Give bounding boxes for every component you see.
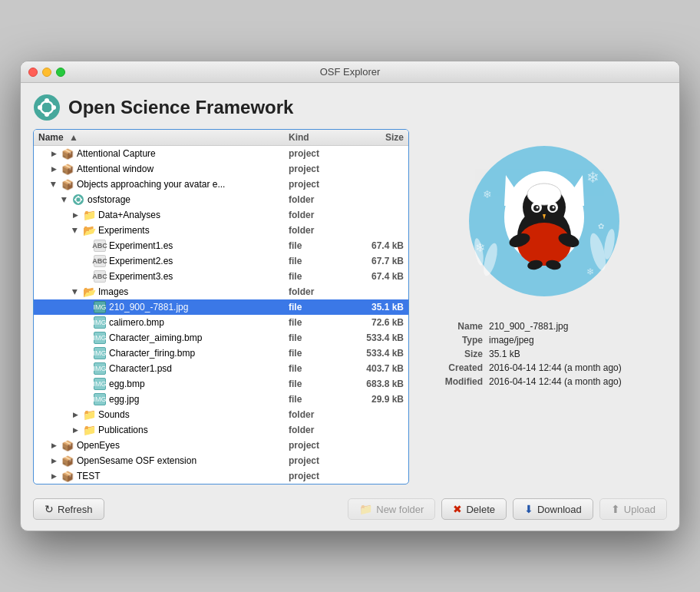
toggle-arrow-icon: ▶ <box>49 471 58 481</box>
file-row[interactable]: ▶ 📁 Sounds folder <box>34 407 408 422</box>
file-row[interactable]: ABC Experiment1.es file 67.4 kB <box>34 238 408 253</box>
file-row[interactable]: ▶ 📦 OpenEyes project <box>34 438 408 453</box>
meta-created-row: Created 2016-04-14 12:44 (a month ago) <box>429 362 659 373</box>
meta-type-label: Type <box>429 335 483 346</box>
abc-file-icon: ABC <box>94 240 106 252</box>
file-row[interactable]: IMG calimero.bmp file 72.6 kB <box>34 315 408 330</box>
maximize-button[interactable] <box>56 68 65 77</box>
file-name: Character_firing.bmp <box>109 348 195 359</box>
file-row[interactable]: ▶ 📂 Images folder <box>34 284 408 299</box>
file-row[interactable]: IMG Character_aiming.bmp file 533.4 kB <box>34 330 408 346</box>
abc-file-icon: ABC <box>94 270 106 283</box>
file-row[interactable]: ▶ 📦 TEST project <box>34 468 408 484</box>
file-row[interactable]: IMG Character_firing.bmp file 533.4 kB <box>34 346 408 361</box>
app-header: Open Science Framework <box>21 83 679 129</box>
file-name: Character1.psd <box>109 363 172 374</box>
col-kind-header: Kind <box>289 132 350 143</box>
osf-logo-icon <box>33 94 61 121</box>
svg-point-9 <box>78 202 80 204</box>
folder-open-icon: 📂 <box>83 224 95 236</box>
preview-panel: ❄ ❄ ✿ ❄ ❄ <box>421 129 667 485</box>
file-row[interactable]: ABC Experiment3.es file 67.4 kB <box>34 269 408 284</box>
file-name: Experiments <box>98 225 150 236</box>
file-name: egg.jpg <box>109 394 139 405</box>
image-file-icon: IMG <box>94 316 106 329</box>
file-name: Images <box>98 286 128 297</box>
folder-open-icon: 📂 <box>83 286 95 298</box>
meta-modified-label: Modified <box>429 376 483 387</box>
app-title: Open Science Framework <box>68 97 293 118</box>
toggle-arrow-icon: ▶ <box>49 456 58 465</box>
meta-name-row: Name 210_900_-7881.jpg <box>429 321 659 332</box>
file-size: 533.4 kB <box>350 332 404 343</box>
minimize-button[interactable] <box>42 68 51 77</box>
file-size: 35.1 kB <box>350 302 404 313</box>
file-name: Publications <box>98 425 148 435</box>
file-name: Experiment2.es <box>109 256 173 266</box>
file-kind: file <box>289 379 350 389</box>
image-file-icon: IMG <box>94 362 106 375</box>
toggle-arrow-icon: ▶ <box>49 180 58 189</box>
file-size: 403.7 kB <box>350 363 404 374</box>
file-name: Attentional Capture <box>77 148 156 159</box>
file-row[interactable]: IMG Character1.psd file 403.7 kB <box>34 361 408 376</box>
svg-point-2 <box>45 98 49 103</box>
upload-button[interactable]: ⬆ Upload <box>599 498 667 520</box>
toolbar: ↻ Refresh 📁 New folder ✖ Delete ⬇ Downlo… <box>21 492 679 531</box>
new-folder-button[interactable]: 📁 New folder <box>348 498 435 520</box>
meta-name-value: 210_900_-7881.jpg <box>489 321 568 332</box>
file-size: 533.4 kB <box>350 348 404 359</box>
file-kind: folder <box>289 210 350 220</box>
file-kind: folder <box>289 225 350 236</box>
file-name: Data+Analyses <box>98 210 160 220</box>
meta-size-label: Size <box>429 349 483 359</box>
file-row[interactable]: ▶ 📂 Experiments folder <box>34 223 408 238</box>
refresh-button[interactable]: ↻ Refresh <box>33 498 104 520</box>
file-kind: project <box>289 164 350 174</box>
file-name: calimero.bmp <box>109 317 164 328</box>
toggle-arrow-icon: ▶ <box>71 210 80 220</box>
file-row[interactable]: ▶ 📦 Attentional window project <box>34 161 408 177</box>
file-row[interactable]: IMG egg.bmp file 683.8 kB <box>34 376 408 392</box>
file-row[interactable]: ▶ 📦 Objects approaching your avatar e...… <box>34 177 408 192</box>
file-row[interactable]: ▶ osfstorage <box>34 192 408 207</box>
file-row-selected[interactable]: IMG 210_900_-7881.jpg file 35.1 kB <box>34 299 408 315</box>
folder-icon: 📁 <box>83 424 95 436</box>
file-row[interactable]: IMG egg.jpg file 29.9 kB <box>34 392 408 407</box>
svg-text:✿: ✿ <box>598 222 604 230</box>
file-list: ▶ 📦 Attentional Capture project ▶ 📦 Atte… <box>34 146 408 484</box>
col-size-header: Size <box>350 132 404 143</box>
meta-type-value: image/jpeg <box>489 335 534 346</box>
delete-button[interactable]: ✖ Delete <box>441 498 507 520</box>
preview-image: ❄ ❄ ✿ ❄ ❄ <box>460 137 629 306</box>
project-icon: 📦 <box>61 178 74 190</box>
file-row[interactable]: ▶ 📁 Data+Analyses folder <box>34 207 408 223</box>
file-kind: project <box>289 179 350 190</box>
meta-name-label: Name <box>429 321 483 332</box>
file-kind: project <box>289 148 350 159</box>
file-kind: file <box>289 240 350 251</box>
file-size: 72.6 kB <box>350 317 404 328</box>
window-title: OSF Explorer <box>320 66 381 78</box>
image-file-icon: IMG <box>94 378 106 390</box>
file-row[interactable]: ▶ 📦 OpenSesame OSF extension project <box>34 453 408 468</box>
file-row[interactable]: ABC Experiment2.es file 67.7 kB <box>34 253 408 269</box>
file-name: Experiment1.es <box>109 240 173 251</box>
file-kind: file <box>289 302 350 313</box>
meta-modified-value: 2016-04-14 12:44 (a month ago) <box>489 376 622 387</box>
main-window: OSF Explorer Open Science Framework Name… <box>20 61 680 531</box>
close-button[interactable] <box>28 68 38 77</box>
svg-point-3 <box>45 112 49 117</box>
toggle-arrow-icon: ▶ <box>71 410 80 419</box>
main-content: Name ▲ Kind Size ▶ 📦 Attentional Capture… <box>21 129 679 492</box>
file-kind: file <box>289 256 350 266</box>
svg-point-11 <box>81 199 83 201</box>
file-name: Attentional window <box>77 164 154 174</box>
meta-modified-row: Modified 2016-04-14 12:44 (a month ago) <box>429 376 659 387</box>
file-row[interactable]: ▶ 📁 Publications folder <box>34 422 408 438</box>
download-button[interactable]: ⬇ Download <box>513 498 593 520</box>
file-name: osfstorage <box>88 194 130 205</box>
project-icon: 📦 <box>61 439 74 451</box>
file-row[interactable]: ▶ 📦 Attentional Capture project <box>34 146 408 161</box>
file-size: 67.4 kB <box>350 271 404 282</box>
